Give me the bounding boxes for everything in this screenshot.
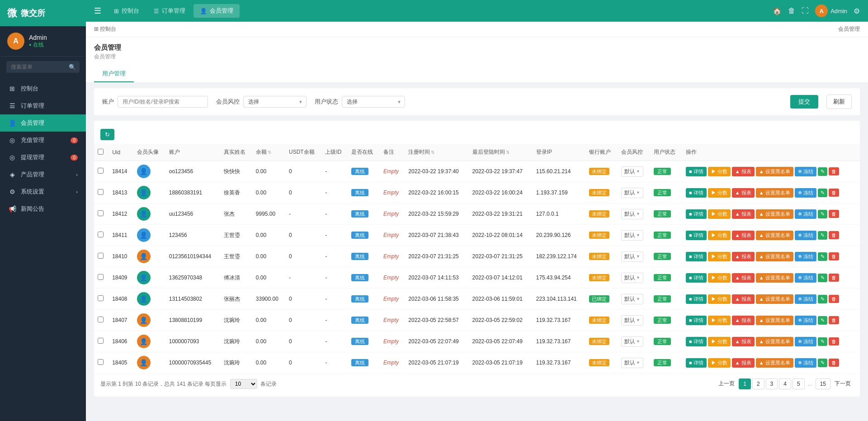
delete-button[interactable]: 🗑 — [829, 337, 839, 345]
report-button[interactable]: ▲ 报表 — [732, 188, 755, 198]
blacklist-button[interactable]: ▲ 设置黑名单 — [756, 316, 793, 325]
row-checkbox-6[interactable] — [98, 295, 104, 301]
edit-button[interactable]: ✎ — [818, 359, 827, 367]
row-checkbox-1[interactable] — [98, 189, 104, 195]
score-button[interactable]: ▶ 分数 — [708, 337, 731, 346]
delete-button[interactable]: 🗑 — [829, 274, 839, 282]
freeze-button[interactable]: ❄ 冻结 — [795, 231, 816, 240]
blacklist-button[interactable]: ▲ 设置黑名单 — [756, 337, 793, 346]
edit-button[interactable]: ✎ — [818, 295, 827, 303]
report-button[interactable]: ▲ 报表 — [732, 273, 755, 283]
detail-button[interactable]: ■ 详情 — [686, 316, 707, 325]
risk-dropdown[interactable]: 默认 ▼ — [621, 294, 643, 304]
risk-dropdown[interactable]: 默认 ▼ — [621, 209, 643, 219]
page-button-15[interactable]: 15 — [816, 378, 830, 389]
freeze-button[interactable]: ❄ 冻结 — [795, 316, 816, 325]
delete-button[interactable]: 🗑 — [829, 295, 839, 303]
report-button[interactable]: ▲ 报表 — [732, 209, 755, 219]
report-button[interactable]: ▲ 报表 — [732, 358, 755, 368]
edit-button[interactable]: ✎ — [818, 316, 827, 325]
delete-button[interactable]: 🗑 — [829, 167, 839, 175]
row-checkbox-2[interactable] — [98, 210, 104, 216]
score-button[interactable]: ▶ 分数 — [708, 316, 731, 325]
risk-dropdown[interactable]: 默认 ▼ — [621, 336, 643, 347]
tab-user-management[interactable]: 用户管理 — [94, 66, 134, 82]
freeze-button[interactable]: ❄ 冻结 — [795, 337, 816, 346]
score-button[interactable]: ▶ 分数 — [708, 252, 731, 261]
detail-button[interactable]: ■ 详情 — [686, 209, 707, 219]
edit-button[interactable]: ✎ — [818, 210, 827, 218]
score-button[interactable]: ▶ 分数 — [708, 231, 731, 240]
edit-button[interactable]: ✎ — [818, 189, 827, 197]
report-button[interactable]: ▲ 报表 — [732, 337, 755, 346]
hamburger-icon[interactable]: ☰ — [94, 6, 101, 16]
delete-button[interactable]: 🗑 — [829, 316, 839, 324]
detail-button[interactable]: ■ 详情 — [686, 273, 707, 283]
row-checkbox-4[interactable] — [98, 253, 104, 259]
risk-dropdown[interactable]: 默认 ▼ — [621, 358, 643, 368]
table-refresh-button[interactable]: ↻ — [100, 129, 114, 140]
freeze-button[interactable]: ❄ 冻结 — [795, 167, 816, 176]
delete-button[interactable]: 🗑 — [829, 231, 839, 239]
score-button[interactable]: ▶ 分数 — [708, 167, 731, 176]
blacklist-button[interactable]: ▲ 设置黑名单 — [756, 167, 793, 176]
row-checkbox-5[interactable] — [98, 274, 104, 280]
status-select[interactable]: 选择 — [342, 96, 405, 108]
topnav-tab-orders[interactable]: ☰ 订单管理 — [147, 4, 192, 18]
delete-button[interactable]: 🗑 — [829, 359, 839, 367]
row-checkbox-7[interactable] — [98, 317, 104, 322]
detail-button[interactable]: ■ 详情 — [686, 337, 707, 346]
sidebar-item-withdraw[interactable]: ◎ 提现管理 0 — [0, 149, 86, 166]
detail-button[interactable]: ■ 详情 — [686, 358, 707, 368]
submit-button[interactable]: 提交 — [790, 95, 818, 109]
sidebar-item-recharge[interactable]: ◎ 充值管理 0 — [0, 132, 86, 149]
score-button[interactable]: ▶ 分数 — [708, 188, 731, 198]
score-button[interactable]: ▶ 分数 — [708, 209, 731, 219]
trash-icon[interactable]: 🗑 — [788, 7, 795, 15]
edit-button[interactable]: ✎ — [818, 274, 827, 282]
report-button[interactable]: ▲ 报表 — [732, 252, 755, 261]
refresh-button[interactable]: 刷新 — [826, 95, 852, 109]
blacklist-button[interactable]: ▲ 设置黑名单 — [756, 358, 793, 368]
report-button[interactable]: ▲ 报表 — [732, 316, 755, 325]
row-checkbox-8[interactable] — [98, 338, 104, 344]
edit-button[interactable]: ✎ — [818, 252, 827, 261]
edit-button[interactable]: ✎ — [818, 337, 827, 346]
freeze-button[interactable]: ❄ 冻结 — [795, 273, 816, 283]
freeze-button[interactable]: ❄ 冻结 — [795, 188, 816, 198]
score-button[interactable]: ▶ 分数 — [708, 273, 731, 283]
freeze-button[interactable]: ❄ 冻结 — [795, 358, 816, 368]
delete-button[interactable]: 🗑 — [829, 210, 839, 218]
sidebar-item-news[interactable]: 📢 新闻公告 — [0, 200, 86, 218]
blacklist-button[interactable]: ▲ 设置黑名单 — [756, 209, 793, 219]
blacklist-button[interactable]: ▲ 设置黑名单 — [756, 252, 793, 261]
detail-button[interactable]: ■ 详情 — [686, 252, 707, 261]
row-checkbox-9[interactable] — [98, 359, 104, 365]
page-button-2[interactable]: 2 — [752, 378, 764, 389]
page-button-1[interactable]: 1 — [739, 378, 751, 389]
row-checkbox-0[interactable] — [98, 168, 104, 174]
blacklist-button[interactable]: ▲ 设置黑名单 — [756, 294, 793, 304]
blacklist-button[interactable]: ▲ 设置黑名单 — [756, 273, 793, 283]
score-button[interactable]: ▶ 分数 — [708, 358, 731, 368]
detail-button[interactable]: ■ 详情 — [686, 167, 707, 176]
sidebar-item-settings[interactable]: ⚙ 系统设置 › — [0, 183, 86, 200]
blacklist-button[interactable]: ▲ 设置黑名单 — [756, 188, 793, 198]
per-page-select[interactable]: 10 20 50 — [230, 379, 257, 389]
risk-dropdown[interactable]: 默认 ▼ — [621, 273, 643, 283]
risk-dropdown[interactable]: 默认 ▼ — [621, 251, 643, 262]
detail-button[interactable]: ■ 详情 — [686, 188, 707, 198]
edit-button[interactable]: ✎ — [818, 231, 827, 240]
freeze-button[interactable]: ❄ 冻结 — [795, 294, 816, 304]
risk-dropdown[interactable]: 默认 ▼ — [621, 166, 643, 177]
detail-button[interactable]: ■ 详情 — [686, 231, 707, 240]
score-button[interactable]: ▶ 分数 — [708, 294, 731, 304]
topnav-tab-dashboard[interactable]: ⊞ 控制台 — [108, 4, 146, 18]
report-button[interactable]: ▲ 报表 — [732, 294, 755, 304]
detail-button[interactable]: ■ 详情 — [686, 294, 707, 304]
delete-button[interactable]: 🗑 — [829, 252, 839, 260]
risk-dropdown[interactable]: 默认 ▼ — [621, 315, 643, 326]
delete-button[interactable]: 🗑 — [829, 189, 839, 197]
prev-page-button[interactable]: 上一页 — [716, 378, 737, 389]
page-button-5[interactable]: 5 — [793, 378, 805, 389]
